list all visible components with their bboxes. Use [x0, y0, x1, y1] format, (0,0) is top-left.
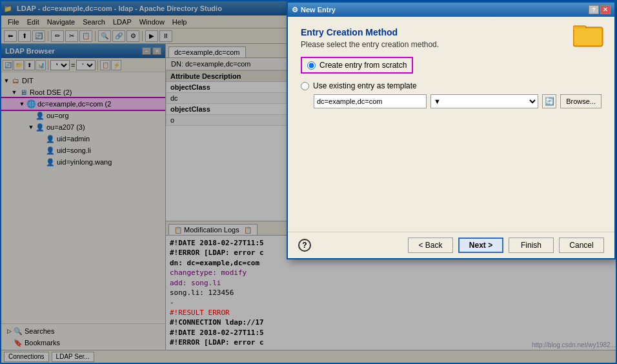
- dialog-buttons: ? < Back Next > Finish Cancel: [288, 232, 614, 258]
- option-scratch-container: Create entry from scratch: [301, 57, 413, 74]
- folder-icon-large: [573, 22, 604, 48]
- svg-rect-2: [574, 28, 602, 45]
- template-input[interactable]: [314, 94, 427, 108]
- label-template: Use existing entry as template: [313, 81, 417, 90]
- dialog-title-bar: ⚙ New Entry ? ✕: [288, 3, 614, 17]
- option-template-row: Use existing entry as template: [301, 81, 602, 90]
- label-scratch: Create entry from scratch: [319, 61, 407, 70]
- next-button[interactable]: Next >: [458, 238, 503, 253]
- template-refresh-btn[interactable]: 🔄: [542, 94, 556, 108]
- dialog-section-title: Entry Creation Method: [301, 27, 602, 37]
- template-input-row: ▼ 🔄 Browse...: [301, 94, 602, 108]
- radio-template[interactable]: [301, 82, 309, 90]
- dialog-help-icon[interactable]: ?: [298, 239, 311, 252]
- new-entry-dialog: ⚙ New Entry ? ✕ Entry Creation Method Pl…: [287, 1, 616, 259]
- radio-scratch[interactable]: [307, 61, 316, 70]
- template-dropdown[interactable]: ▼: [430, 94, 538, 108]
- dialog-overlay: ⚙ New Entry ? ✕ Entry Creation Method Pl…: [1, 1, 616, 363]
- dialog-title: New Entry: [301, 6, 589, 14]
- dialog-desc: Please select the entry creation method.: [301, 40, 602, 49]
- dialog-help-btn[interactable]: ?: [589, 5, 599, 14]
- finish-button[interactable]: Finish: [509, 238, 554, 253]
- browse-button[interactable]: Browse...: [560, 94, 602, 108]
- cancel-button[interactable]: Cancel: [559, 238, 604, 253]
- option-template-container: Use existing entry as template ▼ 🔄 Brows…: [301, 81, 602, 108]
- main-window: 📁 LDAP - dc=example,dc=com - ldap - Apac…: [0, 0, 617, 364]
- dialog-spacer: [301, 116, 602, 221]
- dialog-close-btn[interactable]: ✕: [600, 5, 611, 14]
- dialog-content: Entry Creation Method Please select the …: [288, 17, 614, 232]
- back-button[interactable]: < Back: [408, 238, 453, 253]
